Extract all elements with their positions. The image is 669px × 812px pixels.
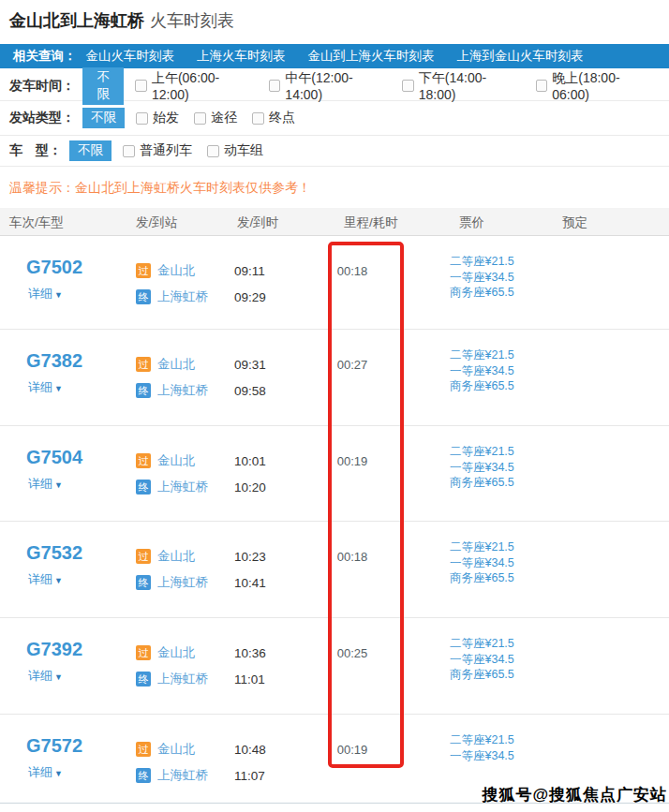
pass-badge: 过	[136, 742, 151, 757]
train-number-link[interactable]: G7572	[26, 735, 82, 757]
departure-station-link[interactable]: 金山北	[157, 262, 196, 279]
arrival-station-link[interactable]: 上海虹桥	[157, 479, 208, 495]
chevron-down-icon: ▼	[54, 576, 63, 585]
price-list: 二等座¥21.5一等座¥34.5商务座¥65.5	[450, 254, 514, 301]
detail-toggle[interactable]: 详细▼	[28, 764, 63, 781]
departure-station-line: 过金山北	[136, 644, 196, 661]
price-line: 商务座¥65.5	[450, 475, 514, 491]
arrival-station-link[interactable]: 上海虹桥	[157, 382, 208, 399]
price-line: 一等座¥34.5	[450, 270, 514, 286]
filter-option[interactable]: 普通列车	[123, 142, 192, 159]
filter-unlimited-button[interactable]: 不限	[82, 67, 124, 105]
related-query-link[interactable]: 上海火车时刻表	[197, 49, 286, 63]
train-number-link[interactable]: G7504	[26, 447, 82, 468]
detail-label: 详细	[28, 380, 52, 394]
checkbox[interactable]	[123, 145, 135, 157]
terminal-badge: 终	[136, 383, 151, 398]
related-query-link[interactable]: 上海到金山火车时刻表	[457, 49, 584, 63]
departure-time: 09:31	[234, 358, 266, 372]
filter-option[interactable]: 动车组	[207, 142, 263, 159]
terminal-badge: 终	[136, 768, 151, 783]
related-query-link[interactable]: 金山火车时刻表	[86, 49, 175, 63]
price-line: 一等座¥34.5	[450, 555, 514, 571]
filter-option[interactable]: 始发	[136, 110, 179, 126]
detail-toggle[interactable]: 详细▼	[28, 286, 63, 303]
checkbox[interactable]	[402, 80, 414, 92]
departure-station-link[interactable]: 金山北	[157, 452, 196, 469]
filter-option[interactable]: 终点	[252, 110, 295, 126]
detail-toggle[interactable]: 详细▼	[28, 571, 63, 588]
checkbox[interactable]	[194, 112, 206, 125]
filter-option[interactable]: 中午(12:00-14:00)	[269, 70, 387, 102]
pass-badge: 过	[136, 549, 151, 564]
arrival-station-link[interactable]: 上海虹桥	[157, 288, 208, 305]
price-line: 一等座¥34.5	[450, 460, 514, 476]
chevron-down-icon: ▼	[54, 384, 63, 393]
checkbox[interactable]	[135, 80, 147, 92]
arrival-station-line: 终上海虹桥	[136, 767, 208, 784]
price-line: 二等座¥21.5	[450, 254, 514, 270]
price-list: 二等座¥21.5一等座¥34.5商务座¥65.5	[450, 539, 514, 586]
pass-badge: 过	[136, 645, 151, 660]
filter-option-label: 始发	[153, 110, 179, 126]
filter-unlimited-button[interactable]: 不限	[69, 140, 112, 161]
departure-station-line: 过金山北	[136, 452, 196, 469]
checkbox[interactable]	[252, 112, 264, 125]
detail-label: 详细	[28, 477, 52, 491]
terminal-badge: 终	[136, 289, 151, 304]
filter-unlimited-button[interactable]: 不限	[82, 108, 125, 128]
related-queries-bar: 相关查询：金山火车时刻表上海火车时刻表金山到上海火车时刻表上海到金山火车时刻表	[0, 44, 669, 68]
train-row: G7392详细▼过金山北终上海虹桥10:3611:0100:25二等座¥21.5…	[0, 618, 669, 715]
filter-row: 发站类型：不限始发途径终点	[0, 101, 669, 136]
filter-option[interactable]: 途径	[194, 110, 237, 126]
departure-time: 10:48	[234, 743, 266, 757]
price-line: 二等座¥21.5	[450, 347, 514, 363]
departure-station-link[interactable]: 金山北	[157, 548, 196, 565]
arrival-time: 10:41	[234, 576, 266, 590]
filter-option[interactable]: 晚上(18:00-06:00)	[536, 70, 654, 102]
related-query-link[interactable]: 金山到上海火车时刻表	[308, 49, 435, 63]
filter-option[interactable]: 下午(14:00-18:00)	[402, 70, 520, 102]
departure-station-link[interactable]: 金山北	[157, 356, 196, 373]
arrival-time: 11:07	[234, 769, 265, 783]
departure-station-link[interactable]: 金山北	[157, 741, 196, 758]
column-header: 发/到时	[237, 214, 278, 231]
table-header-row: 车次/车型发/到站发/到时里程/耗时票价预定	[0, 208, 669, 236]
filter-option-label: 动车组	[224, 142, 263, 159]
price-list: 二等座¥21.5一等座¥34.5	[450, 732, 514, 763]
filter-option[interactable]: 上午(06:00-12:00)	[135, 70, 253, 102]
departure-time: 10:36	[234, 646, 266, 660]
detail-label: 详细	[28, 287, 52, 301]
checkbox[interactable]	[207, 145, 219, 157]
terminal-badge: 终	[136, 480, 151, 495]
departure-time: 10:01	[234, 454, 266, 468]
detail-toggle[interactable]: 详细▼	[28, 379, 63, 396]
price-line: 二等座¥21.5	[450, 539, 514, 555]
filter-label: 发站类型：	[9, 110, 75, 126]
arrival-station-link[interactable]: 上海虹桥	[157, 574, 208, 591]
filter-option-label: 途径	[211, 110, 237, 126]
detail-toggle[interactable]: 详细▼	[28, 668, 63, 685]
detail-label: 详细	[28, 572, 52, 586]
arrival-station-link[interactable]: 上海虹桥	[157, 671, 208, 687]
filter-option-label: 下午(14:00-18:00)	[419, 70, 521, 102]
filter-option-label: 晚上(18:00-06:00)	[552, 70, 654, 102]
price-line: 二等座¥21.5	[450, 732, 514, 748]
departure-station-link[interactable]: 金山北	[157, 644, 196, 661]
train-number-link[interactable]: G7382	[26, 350, 82, 372]
price-line: 商务座¥65.5	[450, 667, 514, 683]
detail-toggle[interactable]: 详细▼	[28, 476, 63, 493]
checkbox[interactable]	[269, 80, 281, 92]
train-number-link[interactable]: G7392	[26, 639, 82, 660]
train-number-link[interactable]: G7502	[26, 257, 82, 278]
column-header: 票价	[459, 214, 484, 231]
checkbox[interactable]	[136, 112, 148, 125]
train-row: G7382详细▼过金山北终上海虹桥09:3109:5800:27二等座¥21.5…	[0, 330, 669, 426]
train-number-link[interactable]: G7532	[26, 542, 82, 564]
column-header: 发/到站	[136, 214, 177, 231]
duration-value: 00:18	[319, 550, 386, 564]
filter-label: 发车时间：	[9, 78, 75, 95]
checkbox[interactable]	[536, 80, 548, 92]
arrival-station-link[interactable]: 上海虹桥	[157, 767, 208, 784]
duration-value: 00:19	[319, 454, 386, 468]
